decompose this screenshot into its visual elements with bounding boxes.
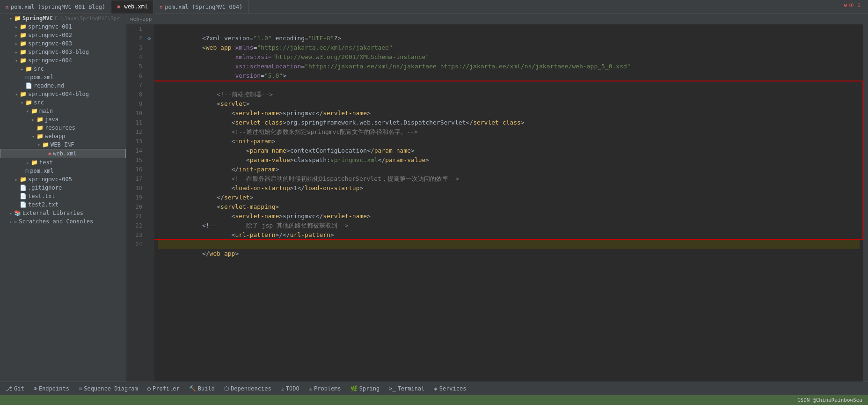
main-area: ▾ 📁 SpringMVC E:\Java\SpringMVC\Spr ▸ 📁 … [0, 14, 868, 382]
folder-icon: 📁 [36, 133, 44, 140]
code-line-9: <servlet-name>springmvc</servlet-name> [158, 99, 860, 109]
sidebar-item-webxml-file[interactable]: ▸ ✱ web.xml [0, 149, 126, 158]
code-line-11: <!--通过初始化参数来指定springmvc配置文件的路径和名字。--> [158, 118, 860, 127]
sidebar-item-resources[interactable]: ▸ 📁 resources [0, 124, 126, 132]
sidebar-item-test2txt[interactable]: ▸ 📄 test2.txt [0, 200, 126, 209]
dependencies-icon: ⬡ [224, 385, 229, 392]
sidebar-item-pom-004[interactable]: ▸ m pom.xml [0, 73, 126, 81]
code-line-16: <!--在服务器启动的时候初始化DispatcherServlet，提高第一次访… [158, 165, 860, 174]
tabs-bar: m pom.xml (SpringMVC 001 Blog) ✱ web.xml… [0, 0, 868, 14]
folder-icon: 📁 [36, 125, 44, 131]
code-editor[interactable]: 1 2 3 4 5 6 7 8 9 10 11 12 13 14 15 16 1 [126, 24, 868, 382]
sequence-icon: ≡ [79, 385, 82, 392]
folder-icon: 📁 [25, 99, 32, 106]
folder-icon: 📁 [36, 116, 44, 123]
txt-file-icon: 📄 [20, 201, 27, 208]
arrow-icon: ▸ [13, 41, 20, 46]
toolbar-git[interactable]: ⎇ Git [4, 384, 26, 393]
status-right: CSDN @ChinaRainbowSea [797, 397, 862, 403]
sidebar: ▾ 📁 SpringMVC E:\Java\SpringMVC\Spr ▸ 📁 … [0, 14, 126, 382]
sidebar-item-springmvc-001[interactable]: ▸ 📁 springmvc-001 [0, 22, 126, 31]
sidebar-item-springmvc-002[interactable]: ▸ 📁 springmvc-002 [0, 31, 126, 39]
line-numbers: 1 2 3 4 5 6 7 8 9 10 11 12 13 14 15 16 1 [126, 24, 145, 382]
problems-icon: ⚠ [309, 385, 312, 392]
sidebar-item-webapp[interactable]: ▾ 📁 webapp [0, 132, 126, 140]
sidebar-item-webinf[interactable]: ▾ 📁 WEB-INF [0, 140, 126, 149]
tab-webxml[interactable]: ✱ web.xml [111, 0, 154, 14]
sidebar-item-pom-004blog[interactable]: ▸ m pom.xml [0, 167, 126, 175]
sidebar-item-scratches[interactable]: ▸ ✏ Scratches and Consoles [0, 217, 126, 226]
toolbar-services[interactable]: ◈ Services [432, 384, 468, 393]
txt-file-icon: 📄 [20, 193, 27, 199]
arrow-icon: ▸ [24, 160, 31, 165]
sidebar-item-springmvc-003-blog[interactable]: ▸ 📁 springmvc-003-blog [0, 48, 126, 56]
sidebar-item-java[interactable]: ▸ 📁 java [0, 115, 126, 124]
toolbar-profiler[interactable]: ◷ Profiler [146, 384, 182, 393]
code-line-15: </init-param> [158, 155, 860, 165]
sidebar-item-src-004blog[interactable]: ▾ 📁 src [0, 98, 126, 107]
arrow-icon: ▾ [19, 100, 25, 105]
folder-icon: 📁 [20, 23, 27, 30]
scrollbar[interactable] [863, 24, 868, 382]
arrow-icon: ▾ [36, 142, 42, 147]
toolbar-problems[interactable]: ⚠ Problems [307, 384, 343, 393]
arrow-icon: ▾ [24, 109, 31, 114]
error-badge: ⊖ ① 1 [844, 2, 861, 8]
folder-icon: 📁 [31, 159, 38, 166]
tab-pom1[interactable]: m pom.xml (SpringMVC 001 Blog) [0, 0, 111, 14]
folder-icon: 📁 [20, 91, 27, 97]
scratches-icon: ✏ [14, 218, 17, 225]
sidebar-item-springmvc-004[interactable]: ▾ 📁 springmvc-004 [0, 56, 126, 65]
toolbar-dependencies[interactable]: ⬡ Dependencies [222, 384, 273, 393]
build-icon: 🔨 [189, 385, 196, 392]
libs-icon: 📚 [14, 210, 21, 216]
code-line-4: xsi:schemaLocation="https://jakarta.ee/x… [158, 52, 860, 62]
arrow-icon: ▾ [30, 134, 36, 139]
editor-area: web-app 1 2 3 4 5 6 7 8 9 10 11 12 [126, 14, 868, 382]
xml-file-icon: ✱ [48, 150, 51, 157]
arrow-icon: ▸ [13, 50, 20, 55]
sidebar-item-main[interactable]: ▾ 📁 main [0, 107, 126, 115]
sidebar-item-gitignore[interactable]: ▸ 📄 .gitignore [0, 184, 126, 192]
pom-icon2: m [160, 5, 162, 10]
arrow-icon: ▾ [13, 58, 20, 63]
sidebar-item-src-004[interactable]: ▸ 📁 src [0, 65, 126, 73]
sidebar-item-springmvc-004-blog[interactable]: ▾ 📁 springmvc-004-blog [0, 90, 126, 98]
services-icon: ◈ [434, 385, 437, 392]
folder-icon: 📁 [20, 32, 27, 38]
sidebar-item-test[interactable]: ▸ 📁 test [0, 158, 126, 167]
breadcrumb: web-app [126, 14, 868, 24]
code-line-5: version="5.0"> [158, 62, 860, 71]
gutter: ⟳ [145, 24, 154, 382]
sidebar-item-springmvc-003[interactable]: ▸ 📁 springmvc-003 [0, 39, 126, 48]
tab-pom2[interactable]: m pom.xml (SpringMVC 004) [154, 0, 248, 14]
sidebar-item-springmvc-005[interactable]: ▸ 📁 springmvc-005 [0, 175, 126, 184]
code-line-10: <servlet-class>org.springframework.web.s… [158, 109, 860, 118]
folder-icon: 📁 [31, 108, 38, 114]
sidebar-item-external-libs[interactable]: ▸ 📚 External Libraries [0, 209, 126, 217]
sidebar-item-readme[interactable]: ▸ 📄 readme.md [0, 81, 126, 90]
toolbar-terminal[interactable]: >_ Terminal [387, 384, 426, 393]
todo-icon: ☑ [281, 385, 284, 392]
toolbar-sequence[interactable]: ≡ Sequence Diagram [77, 384, 140, 393]
folder-icon: 📁 [20, 49, 27, 55]
sidebar-item-testtxt[interactable]: ▸ 📄 test.txt [0, 192, 126, 200]
arrow-icon: ▸ [13, 33, 20, 38]
toolbar-build[interactable]: 🔨 Build [187, 384, 217, 393]
pom-file-icon: m [25, 74, 29, 81]
code-line-19: <servlet-mapping> [158, 193, 860, 202]
bottom-toolbar: ⎇ Git ⊕ Endpoints ≡ Sequence Diagram ◷ P… [0, 382, 868, 395]
code-line-3: xmlns:xsi="http://www.w3.org/2001/XMLSch… [158, 43, 860, 52]
code-content: <?xml version="1.0" encoding="UTF-8"?> <… [154, 24, 863, 382]
code-line-7: <!--前端控制器--> [158, 81, 860, 90]
toolbar-endpoints[interactable]: ⊕ Endpoints [32, 384, 71, 393]
code-line-14: <param-value>classpath:springmvc.xml</pa… [158, 146, 860, 155]
code-line-8: <servlet> [158, 90, 860, 99]
code-line-23: </servlet-mapping> [158, 230, 860, 240]
folder-icon: 📁 [42, 141, 49, 148]
toolbar-spring[interactable]: 🌿 Spring [349, 384, 381, 393]
toolbar-todo[interactable]: ☑ TODO [279, 384, 301, 393]
code-line-6 [158, 71, 860, 81]
sidebar-item-springmvc-root[interactable]: ▾ 📁 SpringMVC E:\Java\SpringMVC\Spr [0, 14, 126, 22]
code-line-18: </servlet> [158, 184, 860, 193]
